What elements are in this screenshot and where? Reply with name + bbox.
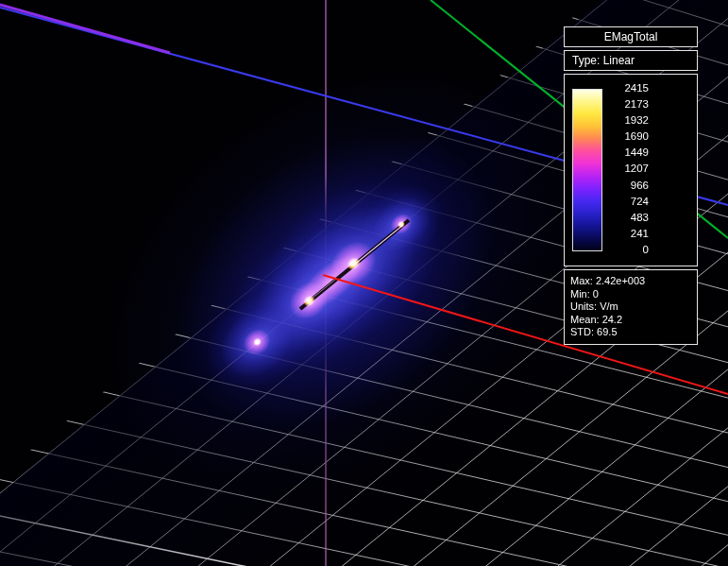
colorbar-tick: 483 — [609, 212, 649, 224]
field-hotspot-core — [344, 255, 362, 273]
colorbar-ticks: 2415 2173 1932 1690 1449 1207 966 724 48… — [609, 82, 649, 256]
field-dark-region — [84, 23, 614, 516]
colorbar-tick: 0 — [609, 244, 649, 256]
field-hotspot-inner — [238, 323, 276, 360]
legend-stat-units: Units: V/m — [570, 300, 691, 314]
legend-stat-mean: Mean: 24.2 — [570, 314, 691, 327]
field-hotspot-inner — [282, 274, 336, 327]
colorbar-tick: 1690 — [609, 130, 649, 143]
colorbar-tick: 966 — [609, 180, 649, 192]
grid-line — [0, 413, 728, 566]
field-hotspot-core — [251, 336, 262, 348]
legend-stats-box[interactable]: Max: 2.42e+003 Min: 0 Units: V/m Mean: 2… — [564, 269, 698, 345]
field-hotspot-halo — [185, 272, 328, 411]
field-hotspot-halo — [203, 197, 415, 403]
3d-field-viewport[interactable]: EMagTotal Type: Linear 2415 2173 1932 16… — [0, 0, 728, 566]
grid-line — [0, 402, 728, 566]
grid-line — [0, 326, 728, 506]
field-hotspot-core — [300, 293, 316, 309]
legend-title-box[interactable]: EMagTotal — [564, 26, 698, 47]
grid-line — [0, 530, 728, 566]
grid-line — [0, 548, 728, 566]
legend-type-box[interactable]: Type: Linear — [564, 50, 698, 71]
color-legend[interactable]: EMagTotal Type: Linear 2415 2173 1932 16… — [564, 26, 698, 348]
grid-line — [0, 472, 728, 566]
field-hotspot-halo — [345, 169, 457, 279]
colorbar-tick: 2173 — [609, 98, 649, 111]
colorbar-tick: 2415 — [609, 82, 649, 94]
legend-stat-min: Min: 0 — [570, 288, 691, 301]
legend-stat-std: STD: 69.5 — [570, 326, 691, 339]
grid-line — [0, 475, 728, 566]
field-hotspot-core — [397, 219, 407, 229]
colorbar-tick: 1449 — [609, 146, 649, 159]
colorbar-tick: 724 — [609, 196, 649, 208]
grid-line — [0, 438, 728, 566]
grid-line — [0, 354, 728, 566]
grid-line — [0, 512, 728, 566]
legend-title: EMagTotal — [604, 30, 658, 43]
legend-type-label: Type: Linear — [572, 54, 635, 67]
antenna-wire — [300, 220, 409, 309]
field-hotspot-inner — [322, 232, 385, 294]
grid-line — [0, 364, 728, 539]
edge-line-purple — [0, 5, 170, 53]
field-hotspot-bridge — [291, 246, 371, 319]
field-hotspot-halo — [233, 147, 473, 380]
wire-highlight — [353, 225, 403, 266]
colorbar-gradient — [572, 89, 602, 251]
colorbar-tick: 1932 — [609, 114, 649, 127]
field-glow-haze — [25, 0, 647, 566]
colorbar-tick: 241 — [609, 228, 649, 240]
colorbar-tick: 1207 — [609, 163, 649, 175]
field-hotspot-inner — [386, 210, 415, 239]
legend-stat-max: Max: 2.42e+003 — [570, 275, 691, 288]
legend-scale-box[interactable]: 2415 2173 1932 1690 1449 1207 966 724 48… — [564, 74, 698, 266]
wire-highlight-left — [311, 279, 336, 300]
